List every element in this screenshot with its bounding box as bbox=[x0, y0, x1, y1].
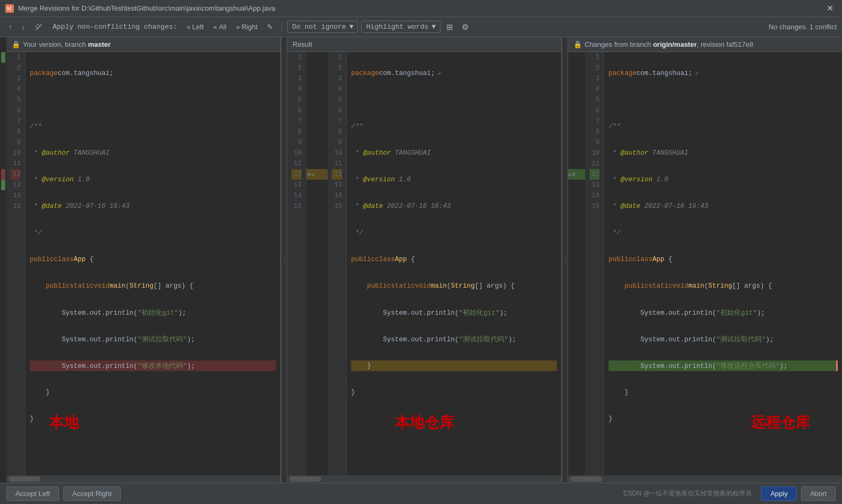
result-pane-header: Result bbox=[287, 37, 561, 52]
left-code-area[interactable]: 1 2 3 4 5 6 7 8 9 10 11 12 13 14 15 pack… bbox=[6, 52, 280, 475]
abort-button[interactable]: Abort bbox=[801, 486, 836, 501]
left-marker-strip bbox=[0, 37, 6, 483]
up-arrow-icon: ↑ bbox=[9, 23, 12, 31]
title-bar: M Merge Revisions for D:\GithubTest\test… bbox=[0, 0, 842, 17]
toolbar: ↑ ↓ Apply non-conflicting changes: « Lef… bbox=[0, 17, 842, 37]
magic-resolve-button[interactable] bbox=[31, 21, 46, 33]
accept-left-button[interactable]: Accept Left bbox=[6, 486, 59, 501]
right-merge-markers: « ✕ bbox=[568, 52, 585, 475]
result-scrollbar[interactable] bbox=[287, 475, 561, 483]
result-code-area[interactable]: 1 2 3 4 5 6 7 8 9 10 11 12 13 14 15 bbox=[287, 52, 561, 475]
ignore-dropdown[interactable]: Do not ignore ▼ bbox=[287, 21, 358, 33]
edit-icon: ✎ bbox=[267, 23, 273, 31]
right-header-text: Changes from branch origin/master, revis… bbox=[585, 40, 753, 48]
apply-changes-label: Apply non-conflicting changes: bbox=[49, 21, 180, 32]
left-line-numbers: 1 2 3 4 5 6 7 8 9 10 11 12 13 14 15 bbox=[6, 52, 26, 475]
apply-button[interactable]: Apply bbox=[761, 486, 797, 501]
lock-icon: 🔒 bbox=[12, 40, 20, 48]
left-marker-green bbox=[1, 52, 5, 63]
reject-left-button[interactable]: ✕ bbox=[306, 171, 311, 178]
window-title: Merge Revisions for D:\GithubTest\testGi… bbox=[18, 4, 275, 12]
left-scrollbar[interactable] bbox=[6, 475, 280, 483]
apply-all-button[interactable]: « All bbox=[210, 21, 230, 32]
apply-left-button[interactable]: « Left bbox=[184, 21, 207, 32]
right-code-content: package com.tangshuai; ✓ /** * @author T… bbox=[604, 52, 842, 475]
columns-icon: ⊞ bbox=[446, 22, 453, 31]
reject-right-button[interactable]: ✕ bbox=[571, 171, 576, 178]
splitter-left[interactable]: ⋮ bbox=[281, 37, 287, 483]
result-line-numbers-right: 1 2 3 4 5 6 7 8 9 10 11 12 13 14 15 bbox=[328, 52, 347, 475]
dropdown-arrow-icon: ▼ bbox=[349, 23, 354, 31]
result-line-numbers-left: 1 2 3 4 5 6 7 8 9 10 11 12 13 14 15 bbox=[287, 52, 306, 475]
highlight-dropdown[interactable]: Highlight words ▼ bbox=[361, 21, 440, 33]
svg-text:M: M bbox=[7, 6, 11, 12]
watermark-text: CSDN @一位不爱熬夜但又经常熬夜的程序员 bbox=[623, 489, 752, 498]
gear-icon: ⚙ bbox=[462, 22, 469, 31]
columns-button[interactable]: ⊞ bbox=[444, 21, 456, 33]
close-button[interactable]: ✕ bbox=[823, 2, 837, 14]
accept-left-button[interactable]: » bbox=[311, 171, 314, 178]
accept-right-button[interactable]: Accept Right bbox=[63, 486, 121, 501]
right-pane-header: 🔒 Changes from branch origin/master, rev… bbox=[568, 37, 842, 52]
status-text: No changes. 1 conflict bbox=[769, 23, 837, 31]
left-marker-red bbox=[1, 169, 5, 180]
all-arrows-icon: « bbox=[213, 23, 217, 31]
right-arrow-icon: » bbox=[236, 23, 240, 31]
right-code-area[interactable]: « ✕ 1 2 3 4 5 6 7 8 9 10 11 12 13 bbox=[568, 52, 842, 475]
right-line-numbers: 1 2 3 4 5 6 7 8 9 10 11 12 13 14 15 bbox=[585, 52, 604, 475]
lock-icon-right: 🔒 bbox=[573, 40, 582, 48]
left-pane-header: 🔒 Your version, branch master bbox=[6, 37, 280, 52]
magic-icon bbox=[35, 23, 43, 31]
left-code-content: package com.tangshuai; /** * @author TAN… bbox=[26, 52, 280, 475]
bottom-bar: Accept Left Accept Right CSDN @一位不爱熬夜但又经… bbox=[0, 483, 842, 504]
settings-button[interactable]: ⚙ bbox=[459, 21, 471, 33]
left-header-text: Your version, branch master bbox=[23, 40, 111, 48]
separator-1 bbox=[281, 22, 282, 32]
apply-edit-button[interactable]: ✎ bbox=[264, 21, 276, 32]
app-icon: M bbox=[5, 4, 14, 13]
apply-right-button[interactable]: » Right bbox=[233, 21, 261, 32]
left-marker-blue bbox=[1, 180, 5, 190]
down-arrow-icon: ↓ bbox=[22, 23, 26, 31]
dropdown-arrow-icon: ▼ bbox=[432, 23, 436, 31]
result-header-text: Result bbox=[293, 40, 312, 48]
prev-conflict-button[interactable]: ↑ bbox=[5, 21, 15, 32]
result-merge-markers: ✕ » bbox=[306, 52, 328, 475]
result-code-content: package com.tangshuai; ✓ /** * @author T… bbox=[347, 52, 561, 475]
splitter-right[interactable]: ⋮ bbox=[562, 37, 568, 483]
right-scrollbar[interactable] bbox=[568, 475, 842, 483]
next-conflict-button[interactable]: ↓ bbox=[19, 21, 29, 32]
left-arrow-icon: « bbox=[187, 23, 190, 31]
